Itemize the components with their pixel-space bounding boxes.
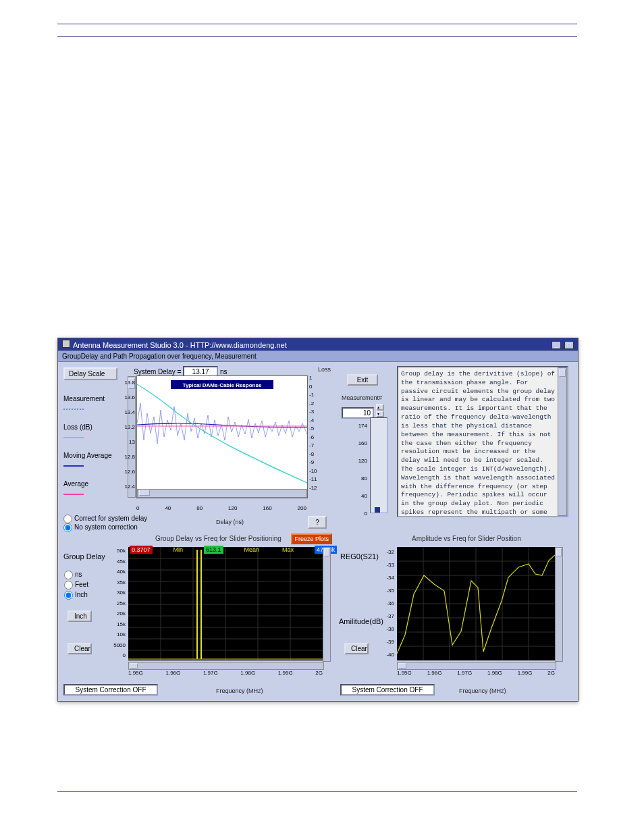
meas-up-button[interactable]: ▴ xyxy=(376,404,384,411)
gd-y-ticks: 50k45k40k35k30k25k20k15k10k50000 xyxy=(109,546,126,661)
unit-inch-radio[interactable] xyxy=(64,591,73,600)
measurement-num-label: Measurement# xyxy=(342,394,382,401)
system-delay-chart: Typical DAMs-Cable Response xyxy=(136,375,308,498)
average-label: Average xyxy=(63,480,117,488)
window-subtitle: GroupDelay and Path Propagation over fre… xyxy=(58,350,578,362)
loss-axis-label: Loss xyxy=(318,366,331,373)
amplitude-label: Amilitude(dB) xyxy=(339,617,383,625)
right-y-ticks: 10-1-2-3-4-5-6-7-8-9-10-11-12 xyxy=(309,374,317,492)
delay-scale-button[interactable]: Delay Scale xyxy=(63,367,117,380)
gd-xlabel: Frequency (MHz) xyxy=(216,687,263,694)
unit-feet-radio[interactable] xyxy=(64,581,73,590)
delay-xlabel: Delay (ns) xyxy=(216,519,244,525)
status-right: System Correction OFF xyxy=(340,684,435,696)
svg-text:Typical DAMs-Cable Response: Typical DAMs-Cable Response xyxy=(183,382,262,388)
group-delay-chart-title: Group Delay vs Freq for Slider Positioni… xyxy=(155,535,281,542)
moving-avg-swatch xyxy=(63,465,84,467)
no-correction-radio[interactable] xyxy=(63,523,72,532)
left-y-ticks: 13.813.613.413.21312.812.612.4 xyxy=(120,375,135,494)
amp-x-ticks: 1.95G1.96G1.97G1.98G1.99G2G xyxy=(397,670,555,676)
unit-ns-radio[interactable] xyxy=(64,571,73,579)
amplitude-chart xyxy=(397,547,555,660)
measurement-label: Measurement xyxy=(63,395,117,402)
min-label: Min xyxy=(171,546,186,554)
mean-value: 613.1 xyxy=(204,546,223,554)
moving-avg-label: Moving Average xyxy=(63,452,117,459)
maximize-button[interactable]: □ xyxy=(564,341,574,349)
min-value: 0.3707 xyxy=(130,546,153,554)
clear-button-right[interactable]: Clear xyxy=(344,643,369,654)
amp-y-ticks: -32-33-34-35-36-37-38-39-40 xyxy=(381,546,394,661)
clear-button-left[interactable]: Clear xyxy=(68,643,92,654)
amp-hscroll[interactable] xyxy=(397,662,556,670)
average-swatch xyxy=(63,494,84,495)
max-label: Max xyxy=(280,546,296,554)
loss-swatch xyxy=(63,437,84,438)
freeze-plots-button[interactable]: Freeze Plots xyxy=(291,533,332,544)
gd-hscroll[interactable] xyxy=(128,662,324,670)
thermo-ticks: 17416012080400 xyxy=(354,417,367,523)
amp-xlabel: Frequency (MHz) xyxy=(459,687,506,694)
system-delay-label: System Delay = xyxy=(134,368,181,375)
mean-label: Mean xyxy=(242,546,262,554)
window-title: Antenna Measurement Studio 3.0 - HTTP://… xyxy=(73,341,287,349)
loss-db-label: Loss (dB) xyxy=(63,423,117,431)
status-left: System Correction OFF xyxy=(63,684,158,696)
system-delay-unit: ns xyxy=(220,368,227,375)
amp-chart-title: Amplitude vs Freq for Slider Position xyxy=(412,535,521,542)
gd-x-ticks: 1.95G1.96G1.97G1.98G1.99G2G xyxy=(128,670,323,676)
exit-button[interactable]: Exit xyxy=(347,374,378,386)
measurement-gauge xyxy=(370,417,387,513)
group-delay-chart: 0.3707 Min 613.1 Mean Max 47.08k xyxy=(128,547,323,660)
gd-vscroll[interactable] xyxy=(323,547,331,662)
measurement-swatch xyxy=(63,409,84,410)
help-button[interactable]: ? xyxy=(308,516,327,529)
group-delay-label: Group Delay xyxy=(63,552,105,561)
reg-label: REG0(S21) xyxy=(340,552,379,561)
app-icon xyxy=(62,340,70,348)
correct-delay-radio[interactable] xyxy=(63,515,72,523)
svg-rect-0 xyxy=(137,376,307,498)
top-x-ticks: 04080120160200 xyxy=(136,505,306,511)
inch-button[interactable]: Inch xyxy=(68,610,92,622)
meas-down-button[interactable]: ▾ xyxy=(376,411,384,417)
amp-vscroll[interactable] xyxy=(555,547,563,662)
minimize-button[interactable]: _ xyxy=(552,341,561,349)
info-textbox[interactable]: Group delay is the derivitive (slope) of… xyxy=(397,366,568,517)
